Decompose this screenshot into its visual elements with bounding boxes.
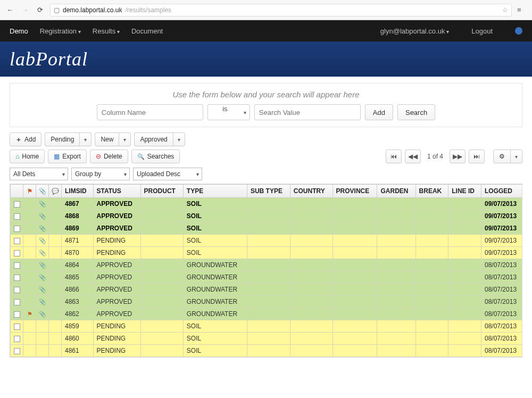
- back-button[interactable]: ←: [5, 5, 15, 15]
- col-flag[interactable]: ⚑: [23, 185, 36, 198]
- cell-country: [290, 308, 332, 320]
- col-logged[interactable]: LOGGED: [481, 185, 523, 198]
- new-dropdown[interactable]: New▾: [95, 132, 131, 146]
- cell-logged: 08/07/2013: [481, 320, 523, 333]
- row-select-cell[interactable]: [11, 222, 23, 235]
- checkbox[interactable]: [14, 262, 20, 269]
- row-select-cell[interactable]: [11, 235, 23, 247]
- col-country[interactable]: COUNTRY: [290, 185, 332, 198]
- operator-select[interactable]: is: [207, 104, 250, 120]
- bookmark-star-icon[interactable]: ☆: [502, 6, 508, 14]
- nav-document[interactable]: Document: [131, 27, 163, 35]
- reload-button[interactable]: ⟳: [35, 5, 45, 15]
- col-comments[interactable]: 💬: [49, 185, 62, 198]
- cell-limsid: 4868: [62, 210, 94, 222]
- table-row[interactable]: 4859PENDINGSOIL08/07/201307: [11, 320, 523, 333]
- col-subtype[interactable]: SUB TYPE: [247, 185, 290, 198]
- checkbox[interactable]: [14, 348, 20, 354]
- cell-province: [332, 320, 377, 333]
- checkbox[interactable]: [14, 275, 20, 281]
- cell-logged: 08/07/2013: [481, 271, 523, 284]
- address-bar[interactable]: ▢ demo.labportal.co.uk/results/samples ☆: [50, 4, 512, 16]
- delete-button[interactable]: Delete: [90, 150, 128, 163]
- search-value-input[interactable]: [254, 104, 361, 120]
- cell-province: [332, 235, 377, 247]
- checkbox[interactable]: [14, 287, 20, 293]
- row-select-cell[interactable]: [11, 198, 23, 210]
- col-province[interactable]: PROVINCE: [332, 185, 377, 198]
- table-row[interactable]: 4865APPROVEDGROUNDWATER08/07/201308: [11, 271, 523, 284]
- nav-results[interactable]: Results: [93, 27, 120, 35]
- table-row[interactable]: 4863APPROVEDGROUNDWATER08/07/201308: [11, 296, 523, 308]
- approved-dropdown[interactable]: Approved▾: [134, 132, 185, 146]
- table-row[interactable]: ⚑4862APPROVEDGROUNDWATER08/07/201308: [11, 308, 523, 320]
- nav-registration[interactable]: Registration: [40, 27, 81, 35]
- col-product[interactable]: PRODUCT: [140, 185, 183, 198]
- gear-icon: [494, 150, 511, 163]
- brand-label[interactable]: Demo: [10, 27, 28, 35]
- add-button[interactable]: Add: [10, 132, 41, 146]
- row-attachment-cell: [36, 284, 49, 296]
- row-select-cell[interactable]: [11, 210, 23, 222]
- row-select-cell[interactable]: [11, 271, 23, 284]
- col-attachment[interactable]: [36, 185, 49, 198]
- pending-dropdown[interactable]: Pending▾: [45, 132, 92, 146]
- page-prev-button[interactable]: ◀◀: [405, 150, 421, 163]
- checkbox[interactable]: [14, 213, 20, 220]
- row-select-cell[interactable]: [11, 296, 23, 308]
- paperclip-icon: [39, 212, 46, 220]
- flag-icon: ⚑: [27, 188, 32, 194]
- row-select-cell[interactable]: [11, 345, 23, 357]
- col-limsid[interactable]: LIMSID: [62, 185, 94, 198]
- column-name-input[interactable]: [97, 104, 203, 120]
- nav-logout[interactable]: Logout: [471, 27, 493, 35]
- checkbox[interactable]: [14, 250, 20, 256]
- group-by-select[interactable]: Group by: [71, 168, 130, 180]
- table-row[interactable]: 4864APPROVEDGROUNDWATER08/07/201308: [11, 259, 523, 271]
- all-dets-select[interactable]: All Dets: [10, 168, 68, 180]
- home-button[interactable]: Home: [10, 150, 45, 163]
- row-select-cell[interactable]: [11, 320, 23, 333]
- checkbox[interactable]: [14, 324, 20, 330]
- checkbox[interactable]: [14, 336, 20, 342]
- cell-logged: 08/07/2013: [481, 259, 523, 271]
- col-garden[interactable]: GARDEN: [377, 185, 415, 198]
- settings-dropdown[interactable]: ▾: [493, 150, 522, 163]
- row-select-cell[interactable]: [11, 259, 23, 271]
- searches-button[interactable]: Searches: [131, 150, 180, 163]
- table-row[interactable]: 4866APPROVEDGROUNDWATER08/07/201308: [11, 284, 523, 296]
- table-row[interactable]: 4860PENDINGSOIL08/07/201307: [11, 333, 523, 345]
- row-select-cell[interactable]: [11, 247, 23, 259]
- checkbox[interactable]: [14, 226, 20, 232]
- checkbox[interactable]: [14, 238, 20, 244]
- table-row[interactable]: 4867APPROVEDSOIL09/07/201308: [11, 198, 523, 210]
- page-last-button[interactable]: ⏭: [469, 150, 485, 163]
- row-select-cell[interactable]: [11, 333, 23, 345]
- table-row[interactable]: 4869APPROVEDSOIL09/07/201308: [11, 222, 523, 235]
- col-type[interactable]: TYPE: [183, 185, 247, 198]
- checkbox[interactable]: [14, 299, 20, 305]
- page-next-button[interactable]: ▶▶: [450, 150, 466, 163]
- add-filter-button[interactable]: Add: [365, 104, 393, 120]
- checkbox[interactable]: [14, 311, 20, 318]
- table-row[interactable]: 4861PENDINGSOIL08/07/201307: [11, 345, 523, 357]
- checkbox[interactable]: [14, 201, 20, 208]
- row-flag-cell: [23, 259, 36, 271]
- page-first-button[interactable]: ⏮: [386, 150, 402, 163]
- row-select-cell[interactable]: [11, 308, 23, 320]
- col-lineid[interactable]: LINE ID: [448, 185, 481, 198]
- col-select[interactable]: [11, 185, 23, 198]
- col-break[interactable]: BREAK: [415, 185, 448, 198]
- export-button[interactable]: Export: [48, 150, 87, 163]
- table-row[interactable]: 4868APPROVEDSOIL09/07/201308: [11, 210, 523, 222]
- cell-break: [415, 235, 448, 247]
- col-status[interactable]: STATUS: [93, 185, 140, 198]
- table-row[interactable]: 4871PENDINGSOIL09/07/201308: [11, 235, 523, 247]
- browser-menu-button[interactable]: ≡: [517, 6, 527, 14]
- run-search-button[interactable]: Search: [397, 104, 435, 120]
- forward-button[interactable]: →: [20, 5, 30, 15]
- nav-user[interactable]: glyn@labportal.co.uk: [380, 27, 449, 35]
- sort-select[interactable]: Uploaded Desc: [133, 168, 202, 180]
- table-row[interactable]: 4870PENDINGSOIL09/07/201308: [11, 247, 523, 259]
- row-select-cell[interactable]: [11, 284, 23, 296]
